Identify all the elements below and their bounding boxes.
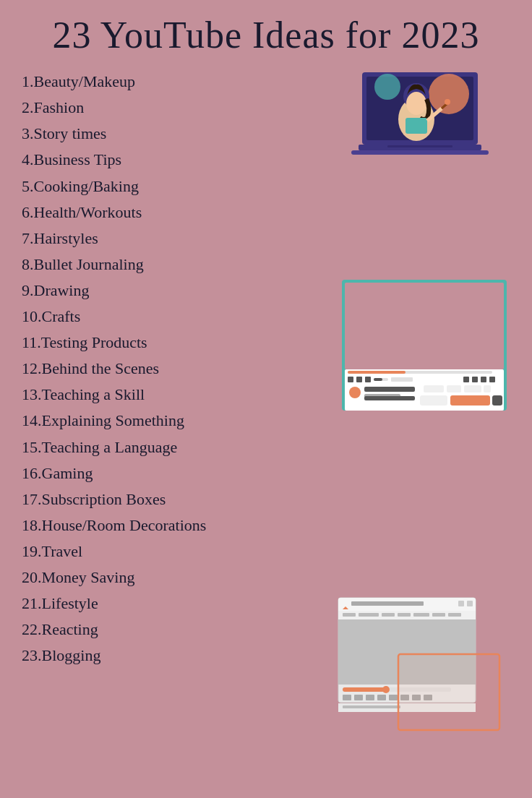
item-number: 10. <box>22 307 42 325</box>
item-number: 20. <box>22 568 42 586</box>
list-item: 22.Reacting <box>22 617 337 643</box>
svg-rect-34 <box>464 385 481 392</box>
list-item: 23.Blogging <box>22 643 337 669</box>
list-item: 3.Story times <box>22 121 337 147</box>
item-number: 8. <box>22 255 34 273</box>
svg-rect-33 <box>447 385 461 392</box>
page: 23 YouTube Ideas for 2023 1.Beauty/Makeu… <box>0 0 532 798</box>
svg-rect-45 <box>458 601 464 606</box>
item-number: 9. <box>22 281 34 299</box>
svg-point-58 <box>382 686 390 693</box>
youtube-player-illustration <box>340 278 510 415</box>
svg-rect-18 <box>348 371 406 374</box>
svg-rect-50 <box>382 613 395 617</box>
svg-rect-51 <box>398 613 411 617</box>
list-item: 8.Bullet Journaling <box>22 252 337 278</box>
item-text: House/Room Decorations <box>42 516 207 534</box>
svg-rect-70 <box>398 654 499 730</box>
svg-rect-7 <box>406 118 427 134</box>
item-text: Hairstyles <box>34 229 98 247</box>
item-number: 2. <box>22 98 34 116</box>
item-number: 13. <box>22 385 42 403</box>
svg-rect-62 <box>377 695 386 700</box>
list-item: 9.Drawing <box>22 278 337 304</box>
list-item: 5.Cooking/Baking <box>22 173 337 200</box>
laptop-illustration <box>348 69 507 180</box>
svg-rect-27 <box>481 377 486 382</box>
item-text: Explaining Something <box>42 411 184 429</box>
list-item: 4.Business Tips <box>22 147 337 173</box>
item-text: Beauty/Makeup <box>34 72 136 90</box>
svg-rect-20 <box>356 377 362 382</box>
item-number: 12. <box>22 359 42 377</box>
svg-rect-49 <box>359 613 379 617</box>
item-number: 6. <box>22 203 34 221</box>
item-number: 1. <box>22 72 34 90</box>
item-number: 17. <box>22 490 42 508</box>
item-text: Blogging <box>42 646 101 664</box>
item-number: 15. <box>22 438 42 456</box>
svg-point-29 <box>349 387 361 398</box>
item-text: Crafts <box>42 307 81 325</box>
item-text: Drawing <box>34 281 90 299</box>
item-number: 5. <box>22 177 34 195</box>
list-item: 21.Lifestyle <box>22 591 337 617</box>
item-text: Business Tips <box>34 150 122 168</box>
list-item: 19.Travel <box>22 539 337 565</box>
svg-rect-35 <box>484 385 491 392</box>
svg-rect-68 <box>343 705 400 708</box>
item-text: Reacting <box>42 620 98 638</box>
svg-rect-26 <box>472 377 478 382</box>
svg-point-10 <box>445 99 450 105</box>
item-text: Money Saving <box>42 568 135 586</box>
list-item: 6.Health/Workouts <box>22 200 337 226</box>
list-item: 12.Behind the Scenes <box>22 356 337 382</box>
svg-rect-54 <box>448 613 461 617</box>
item-number: 23. <box>22 646 42 664</box>
item-text: Fashion <box>34 98 85 116</box>
item-number: 22. <box>22 620 42 638</box>
item-text: Health/Workouts <box>34 203 142 221</box>
item-text: Behind the Scenes <box>42 359 160 377</box>
svg-point-6 <box>406 92 426 115</box>
page-title: 23 YouTube Ideas for 2023 <box>22 14 510 56</box>
svg-rect-57 <box>343 687 386 692</box>
svg-rect-21 <box>365 377 371 382</box>
item-number: 16. <box>22 464 42 482</box>
svg-rect-38 <box>420 395 447 406</box>
list-item: 7.Hairstyles <box>22 226 337 252</box>
list-item: 17.Subscription Boxes <box>22 486 337 512</box>
list-item: 15.Teaching a Language <box>22 434 337 460</box>
svg-rect-42 <box>338 605 476 611</box>
item-text: Subscription Boxes <box>42 490 166 508</box>
svg-rect-36 <box>450 395 490 406</box>
item-number: 7. <box>22 229 34 247</box>
svg-rect-32 <box>424 385 444 392</box>
item-text: Story times <box>34 124 107 142</box>
item-text: Teaching a Language <box>42 438 178 456</box>
list-item: 16.Gaming <box>22 460 337 486</box>
svg-rect-13 <box>387 145 452 147</box>
svg-rect-63 <box>389 695 398 700</box>
svg-rect-25 <box>463 377 469 382</box>
svg-rect-61 <box>366 695 374 700</box>
list-item: 20.Money Saving <box>22 565 337 591</box>
item-text: Travel <box>42 542 83 560</box>
list-item: 11.Testing Products <box>22 330 337 356</box>
svg-rect-28 <box>489 377 495 382</box>
svg-rect-19 <box>348 377 353 382</box>
item-number: 3. <box>22 124 34 142</box>
vlc-player-illustration <box>337 596 510 676</box>
item-number: 14. <box>22 411 42 429</box>
list-item: 18.House/Room Decorations <box>22 512 337 539</box>
item-text: Gaming <box>42 464 93 482</box>
item-number: 11. <box>22 333 41 351</box>
item-text: Teaching a Skill <box>42 385 145 403</box>
item-number: 19. <box>22 542 42 560</box>
svg-rect-52 <box>413 613 429 617</box>
item-text: Testing Products <box>41 333 147 351</box>
svg-rect-59 <box>343 695 351 700</box>
item-text: Bullet Journaling <box>34 255 144 273</box>
svg-rect-60 <box>354 695 363 700</box>
svg-rect-53 <box>432 613 445 617</box>
